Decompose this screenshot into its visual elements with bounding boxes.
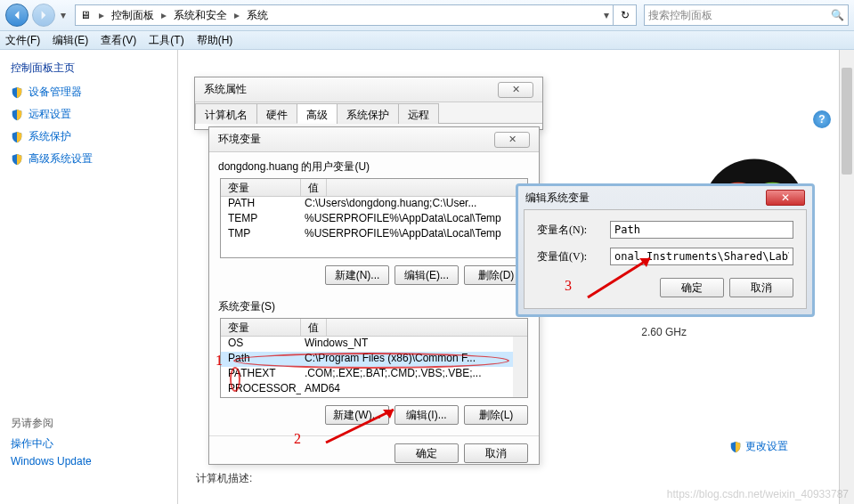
tab-advanced[interactable]: 高级: [297, 103, 338, 124]
user-edit-button[interactable]: 编辑(E)...: [394, 265, 459, 285]
col-var[interactable]: 变量: [221, 319, 301, 336]
sys-edit-button[interactable]: 编辑(I)...: [394, 405, 459, 425]
user-vars-label: dongdong.huang 的用户变量(U): [218, 159, 530, 175]
ok-button[interactable]: 确定: [660, 278, 724, 297]
main-scrollbar[interactable]: [839, 50, 854, 504]
watermark: https://blog.csdn.net/weixin_40933787: [667, 488, 849, 500]
table-row: PATHC:\Users\dongdong.huang;C:\User...: [221, 197, 527, 212]
sidebar-footer-label: 另请参阅: [11, 416, 167, 431]
breadcrumb-seg-0[interactable]: 控制面板: [108, 5, 158, 25]
close-button[interactable]: ✕: [766, 190, 805, 206]
menu-edit[interactable]: 编辑(E): [53, 33, 88, 48]
menu-help[interactable]: 帮助(H): [197, 33, 233, 48]
breadcrumb-seg-1[interactable]: 系统和安全: [170, 5, 231, 25]
breadcrumb-dropdown-icon[interactable]: ▾: [600, 9, 613, 21]
sys-vars-label: 系统变量(S): [218, 299, 530, 314]
cancel-button[interactable]: 取消: [464, 443, 528, 463]
tab-hardware[interactable]: 硬件: [256, 103, 297, 124]
close-button[interactable]: ✕: [494, 132, 530, 148]
cpu-ghz: 2.60 GHz: [641, 326, 687, 338]
menu-tools[interactable]: 工具(T): [149, 33, 183, 48]
shield-icon: [11, 86, 23, 99]
sys-new-button[interactable]: 新建(W)...: [325, 405, 389, 425]
shield-icon: [11, 109, 23, 121]
sysprops-tabs: 计算机名 硬件 高级 系统保护 远程: [195, 102, 542, 124]
sidebar-item-protection[interactable]: 系统保护: [11, 129, 167, 144]
col-val[interactable]: 值: [301, 319, 327, 336]
list-scrollbar[interactable]: [513, 337, 527, 397]
table-row: TEMP%USERPROFILE%\AppData\Local\Temp: [221, 212, 527, 227]
var-name-input[interactable]: [610, 221, 793, 239]
env-title: 环境变量: [218, 132, 261, 147]
cancel-button[interactable]: 取消: [729, 278, 793, 297]
env-vars-dialog: 环境变量 ✕ dongdong.huang 的用户变量(U) 变量 值 PATH…: [208, 126, 540, 465]
var-value-label: 变量值(V):: [537, 249, 610, 264]
search-placeholder: 搜索控制面板: [648, 8, 712, 23]
sidebar-item-remote[interactable]: 远程设置: [11, 107, 167, 122]
sidebar-item-advanced[interactable]: 高级系统设置: [11, 151, 167, 167]
table-row: PROCESSOR_AR...AMD64: [221, 382, 527, 397]
system-properties-dialog: 系统属性 ✕ 计算机名 硬件 高级 系统保护 远程: [194, 77, 543, 130]
table-row: TMP%USERPROFILE%\AppData\Local\Temp: [221, 227, 527, 242]
search-icon: 🔍: [831, 9, 844, 21]
edit-sysvar-dialog: 编辑系统变量 ✕ 变量名(N): 变量值(V): 确定 取消: [516, 183, 815, 317]
sidebar-title: 控制面板主页: [11, 61, 167, 76]
var-name-label: 变量名(N):: [537, 223, 610, 238]
var-value-input[interactable]: [610, 248, 793, 265]
nav-history-dropdown[interactable]: ▾: [59, 9, 68, 21]
sys-vars-list[interactable]: 变量 值 OSWindows_NT PathC:\Program Files (…: [220, 318, 528, 398]
table-row: OSWindows_NT: [221, 337, 527, 352]
user-vars-list[interactable]: 变量 值 PATHC:\Users\dongdong.huang;C:\User…: [220, 178, 528, 258]
ok-button[interactable]: 确定: [394, 443, 459, 463]
col-val[interactable]: 值: [301, 179, 327, 196]
back-button[interactable]: [5, 4, 28, 27]
search-input[interactable]: 搜索控制面板 🔍: [644, 4, 849, 26]
breadcrumb[interactable]: 🖥 ▸ 控制面板▸ 系统和安全▸ 系统 ▾ ↻: [75, 4, 637, 26]
user-new-button[interactable]: 新建(N)...: [325, 265, 389, 285]
tab-computer-name[interactable]: 计算机名: [195, 103, 257, 124]
shield-icon: [11, 131, 23, 143]
edit-title: 编辑系统变量: [525, 191, 590, 206]
refresh-button[interactable]: ↻: [613, 5, 636, 25]
shield-icon: [729, 441, 742, 453]
sys-delete-button[interactable]: 删除(L): [464, 405, 528, 425]
tab-remote[interactable]: 远程: [398, 103, 439, 124]
breadcrumb-seg-2[interactable]: 系统: [243, 5, 272, 25]
sysprops-title: 系统属性: [204, 82, 247, 97]
table-row: PathC:\Program Files (x86)\Common F...: [221, 352, 527, 367]
change-settings-link[interactable]: 更改设置: [729, 439, 788, 454]
sidebar: 控制面板主页 设备管理器 远程设置 系统保护 高级系统设置 另请参阅 操作中心 …: [0, 50, 178, 504]
sidebar-item-device-manager[interactable]: 设备管理器: [11, 85, 167, 100]
help-icon[interactable]: ?: [813, 110, 831, 128]
table-row: PATHEXT.COM;.EXE;.BAT;.CMD;.VBS;.VBE;...: [221, 367, 527, 382]
tab-protection[interactable]: 系统保护: [337, 103, 399, 124]
menu-view[interactable]: 查看(V): [101, 33, 136, 48]
computer-description-label: 计算机描述:: [196, 471, 252, 486]
sidebar-footer-windows-update[interactable]: Windows Update: [11, 455, 167, 467]
col-var[interactable]: 变量: [221, 179, 301, 196]
close-button[interactable]: ✕: [498, 82, 533, 98]
forward-button[interactable]: [32, 4, 55, 27]
control-panel-icon: 🖥: [76, 5, 95, 25]
menubar: 文件(F) 编辑(E) 查看(V) 工具(T) 帮助(H): [0, 30, 854, 50]
menu-file[interactable]: 文件(F): [5, 33, 40, 48]
sidebar-footer-action-center[interactable]: 操作中心: [11, 436, 167, 451]
shield-icon: [11, 153, 23, 166]
